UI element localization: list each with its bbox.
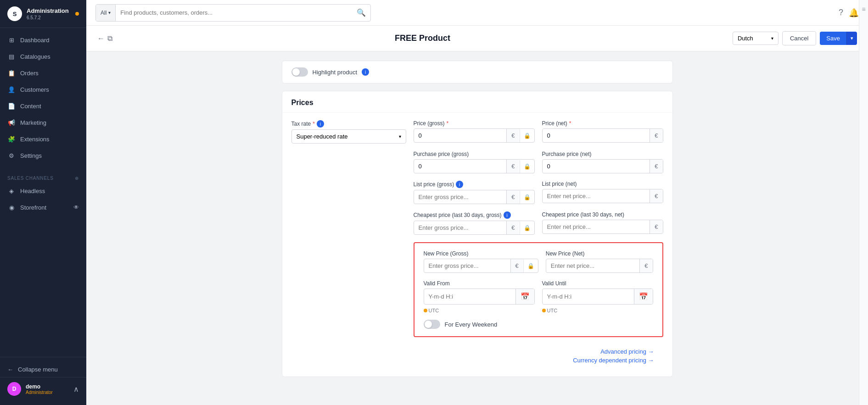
currency-dependent-pricing-link[interactable]: Currency dependent pricing → (573, 357, 654, 364)
list-gross-input-wrap: € 🔒 (414, 190, 535, 204)
lock-list-gross-icon[interactable]: 🔒 (520, 191, 534, 204)
user-section: D demo Administrator ∧ (0, 377, 86, 400)
sidebar-item-label: Storefront (20, 204, 46, 211)
footer-links: Advanced pricing → Currency dependent pr… (291, 344, 663, 369)
notifications-icon[interactable]: 🔔 (849, 8, 859, 18)
currency-symbol: € (650, 189, 662, 203)
search-input[interactable] (120, 9, 354, 16)
new-price-net-label: New Price (Net) (546, 250, 653, 257)
user-menu-chevron-icon[interactable]: ∧ (73, 385, 79, 394)
new-price-gross-group: New Price (Gross) € 🔒 (424, 250, 538, 273)
sidebar-header: S Administration 6.5.7.2 (0, 0, 86, 28)
save-button[interactable]: Save (820, 32, 846, 45)
search-icon: 🔍 (357, 8, 366, 17)
sidebar-item-extensions[interactable]: 🧩 Extensions (0, 131, 86, 147)
purchase-net-group: Purchase price (net) € (542, 151, 663, 173)
sidebar-item-content[interactable]: 📄 Content (0, 98, 86, 114)
currency-symbol: € (506, 190, 519, 204)
right-panel-icon: ≡ (862, 6, 865, 13)
list-gross-info-icon[interactable]: i (456, 181, 463, 188)
valid-until-calendar-icon[interactable]: 📅 (634, 289, 653, 304)
topbar: All ▾ 🔍 ? 🔔 (86, 0, 868, 26)
sidebar-item-storefront[interactable]: ◉ Storefront 👁 (0, 199, 86, 216)
sidebar-item-label: Marketing (20, 119, 46, 126)
list-gross-label: List price (gross) i (414, 181, 535, 188)
sidebar-item-settings[interactable]: ⚙ Settings (0, 147, 86, 164)
valid-from-input[interactable] (424, 290, 515, 303)
add-sales-channel-icon[interactable]: ⊕ (75, 176, 79, 181)
valid-from-calendar-icon[interactable]: 📅 (515, 289, 534, 304)
highlight-info-icon[interactable]: i (362, 68, 369, 76)
back-button[interactable]: ← (97, 34, 105, 43)
currency-symbol: € (650, 220, 662, 233)
new-price-gross-input[interactable] (424, 259, 510, 272)
status-dot (75, 12, 79, 16)
cheapest-gross-input[interactable] (414, 221, 507, 234)
lock-cheapest-gross-icon[interactable]: 🔒 (520, 222, 534, 234)
sidebar-item-headless[interactable]: ◈ Headless (0, 183, 86, 199)
page-header-actions: Dutch ▾ Cancel Save ▾ (733, 31, 857, 45)
prices-card: Prices Tax rate * i Super-reduced rate (282, 91, 673, 377)
new-price-net-input-wrap: € (546, 259, 653, 273)
headless-icon: ◈ (7, 187, 16, 195)
cheapest-gross-group: Cheapest price (last 30 days, gross) i €… (414, 211, 535, 235)
save-dropdown-button[interactable]: ▾ (846, 32, 857, 45)
sidebar-item-orders[interactable]: 📋 Orders (0, 65, 86, 81)
highlight-toggle[interactable] (291, 67, 308, 77)
price-gross-input[interactable] (414, 129, 507, 142)
weekend-toggle[interactable] (424, 320, 440, 329)
language-selector[interactable]: Dutch ▾ (733, 32, 778, 45)
tax-rate-label: Tax rate * i (291, 120, 406, 128)
valid-from-input-wrap: 📅 (424, 288, 535, 305)
valid-date-row: Valid From 📅 UTC (424, 280, 653, 313)
sidebar-item-customers[interactable]: 👤 Customers (0, 81, 86, 98)
valid-until-input[interactable] (543, 290, 634, 303)
utc-dot (542, 309, 546, 312)
currency-symbol: € (506, 160, 519, 173)
breadcrumb-nav: ← ⧉ (97, 34, 112, 43)
new-price-net-input[interactable] (546, 259, 640, 272)
tax-rate-select[interactable]: Super-reduced rate ▾ (291, 129, 406, 144)
price-net-input[interactable] (543, 129, 650, 142)
valid-until-utc-label: UTC (542, 308, 653, 313)
page-title: FREE Product (118, 33, 727, 43)
list-net-input[interactable] (543, 189, 650, 203)
help-icon[interactable]: ? (839, 8, 843, 17)
storefront-visibility-icon: 👁 (73, 204, 79, 211)
sidebar-item-catalogues[interactable]: ▤ Catalogues (0, 48, 86, 65)
cheapest-net-input-wrap: € (542, 220, 663, 234)
sidebar-item-label: Catalogues (20, 53, 50, 60)
sidebar-item-label: Settings (20, 152, 42, 159)
cheapest-net-input[interactable] (543, 220, 650, 233)
page-header: ← ⧉ FREE Product Dutch ▾ Cancel Save ▾ (86, 26, 868, 51)
lock-purchase-gross-icon[interactable]: 🔒 (520, 160, 534, 173)
cancel-button[interactable]: Cancel (782, 31, 816, 45)
purchase-gross-label: Purchase price (gross) (414, 151, 535, 157)
purchase-gross-input[interactable] (414, 160, 507, 173)
tax-rate-info-icon[interactable]: i (317, 120, 324, 128)
sidebar-item-label: Headless (20, 188, 45, 194)
purchase-net-input[interactable] (543, 160, 650, 173)
list-net-input-wrap: € (542, 189, 663, 203)
price-net-group: Price (net) * € (542, 120, 663, 144)
list-gross-input[interactable] (414, 190, 507, 204)
for-every-weekend-label: For Every Weekend (445, 321, 498, 328)
right-panel-trigger[interactable]: ≡ (859, 0, 868, 405)
cheapest-net-label: Cheapest price (last 30 days, net) (542, 211, 663, 218)
required-indicator: * (313, 121, 315, 127)
cheapest-gross-info-icon[interactable]: i (504, 211, 511, 219)
tax-rate-group: Tax rate * i Super-reduced rate ▾ (291, 120, 406, 144)
collapse-icon: ← (7, 366, 13, 373)
copy-button[interactable]: ⧉ (107, 34, 112, 43)
sidebar-item-marketing[interactable]: 📢 Marketing (0, 114, 86, 131)
advanced-pricing-link[interactable]: Advanced pricing → (600, 348, 654, 355)
price-net-label: Price (net) * (542, 120, 663, 127)
app-logo: S (7, 6, 22, 21)
collapse-menu-button[interactable]: ← Collapse menu (0, 362, 86, 377)
settings-icon: ⚙ (7, 151, 16, 160)
search-filter-dropdown[interactable]: All ▾ (96, 5, 116, 21)
extensions-icon: 🧩 (7, 135, 16, 143)
lock-new-price-gross-icon[interactable]: 🔒 (523, 260, 538, 272)
sidebar-item-dashboard[interactable]: ⊞ Dashboard (0, 32, 86, 48)
lock-gross-icon[interactable]: 🔒 (520, 129, 534, 142)
